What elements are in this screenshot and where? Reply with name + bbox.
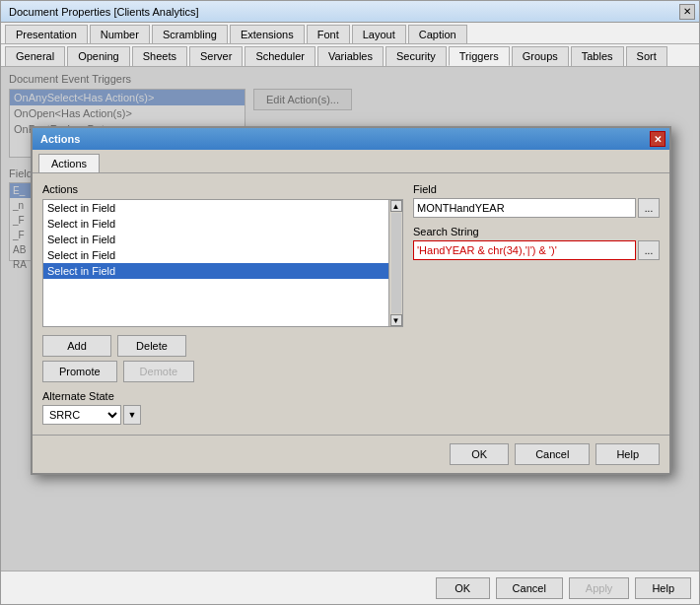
alternate-state-section: Alternate State SRRC ▼: [42, 390, 403, 425]
modal-overlay: Actions ✕ Actions Actions: [1, 67, 699, 571]
tab-row-2: General Opening Sheets Server Scheduler …: [1, 44, 699, 67]
tab-presentation[interactable]: Presentation: [5, 25, 88, 43]
tab-extensions[interactable]: Extensions: [230, 25, 305, 43]
alternate-state-select[interactable]: SRRC: [42, 405, 121, 425]
modal-ok-button[interactable]: OK: [450, 443, 509, 465]
modal-help-button[interactable]: Help: [595, 443, 660, 465]
apply-button[interactable]: Apply: [569, 577, 630, 599]
tab-triggers[interactable]: Triggers: [449, 46, 510, 66]
tab-opening[interactable]: Opening: [67, 46, 130, 66]
tab-number[interactable]: Number: [90, 25, 150, 43]
search-section: Search String ...: [413, 226, 660, 260]
tab-sheets[interactable]: Sheets: [132, 46, 187, 66]
field-row: ...: [413, 198, 660, 218]
tab-layout[interactable]: Layout: [352, 25, 406, 43]
add-button[interactable]: Add: [42, 335, 111, 357]
actions-panel-header: Actions: [42, 183, 403, 195]
help-button[interactable]: Help: [635, 577, 691, 599]
tab-row-1: Presentation Number Scrambling Extension…: [1, 23, 699, 44]
actions-dialog: Actions ✕ Actions Actions: [31, 126, 671, 475]
tab-scrambling[interactable]: Scrambling: [152, 25, 228, 43]
alternate-state-label: Alternate State: [42, 390, 403, 402]
window-title: Document Properties [Clients Analytics]: [9, 6, 199, 18]
modal-content: Actions Select in Field Select in Field …: [33, 173, 669, 435]
field-section: Field ...: [413, 183, 660, 218]
promote-button[interactable]: Promote: [42, 361, 117, 382]
actions-list-container: Select in Field Select in Field Select i…: [42, 199, 403, 327]
dropdown-arrow-icon[interactable]: ▼: [123, 405, 141, 425]
modal-title-bar: Actions ✕: [33, 128, 669, 150]
action-item-1[interactable]: Select in Field: [43, 216, 388, 232]
tab-scheduler[interactable]: Scheduler: [245, 46, 315, 66]
search-input[interactable]: [413, 240, 636, 260]
title-bar: Document Properties [Clients Analytics] …: [1, 1, 699, 23]
demote-button[interactable]: Demote: [123, 361, 195, 382]
modal-cancel-button[interactable]: Cancel: [515, 443, 590, 465]
add-delete-row: Add Delete: [42, 335, 403, 357]
action-buttons: Add Delete Promote Demote: [42, 335, 403, 382]
right-panel: Field ... Search String ...: [413, 183, 660, 425]
tab-groups[interactable]: Groups: [512, 46, 569, 66]
tab-general[interactable]: General: [5, 46, 65, 66]
bottom-bar: OK Cancel Apply Help: [1, 571, 699, 604]
field-browse-button[interactable]: ...: [638, 198, 660, 218]
tab-server[interactable]: Server: [189, 46, 243, 66]
tab-sort[interactable]: Sort: [626, 46, 667, 66]
field-label: Field: [413, 183, 660, 195]
search-row: ...: [413, 240, 660, 260]
action-item-0[interactable]: Select in Field: [43, 200, 388, 216]
field-input[interactable]: [413, 198, 636, 218]
search-label: Search String: [413, 226, 660, 237]
actions-panel: Actions Select in Field Select in Field …: [42, 183, 403, 425]
tab-caption[interactable]: Caption: [408, 25, 467, 43]
modal-title: Actions: [40, 133, 80, 145]
tab-font[interactable]: Font: [307, 25, 350, 43]
modal-body: Actions Select in Field Select in Field …: [42, 183, 660, 425]
cancel-button[interactable]: Cancel: [496, 577, 563, 599]
scroll-up-arrow[interactable]: ▲: [390, 200, 402, 212]
main-window: Document Properties [Clients Analytics] …: [0, 0, 700, 605]
ok-button[interactable]: OK: [436, 577, 490, 599]
actions-list: Select in Field Select in Field Select i…: [42, 199, 389, 327]
alternate-state-dropdown: SRRC ▼: [42, 405, 403, 425]
tab-tables[interactable]: Tables: [571, 46, 624, 66]
tab-variables[interactable]: Variables: [317, 46, 384, 66]
content-area: Document Event Triggers OnAnySelect<Has …: [1, 67, 699, 571]
tab-security[interactable]: Security: [385, 46, 447, 66]
promote-demote-row: Promote Demote: [42, 361, 403, 382]
action-item-2[interactable]: Select in Field: [43, 232, 388, 247]
scroll-down-arrow[interactable]: ▼: [390, 314, 402, 326]
modal-footer: OK Cancel Help: [33, 435, 669, 473]
modal-tab-actions[interactable]: Actions: [38, 154, 100, 172]
search-browse-button[interactable]: ...: [638, 240, 660, 260]
scroll-track: [391, 213, 401, 313]
window-close-button[interactable]: ✕: [679, 4, 695, 20]
list-scrollbar[interactable]: ▲ ▼: [389, 199, 403, 327]
action-item-3[interactable]: Select in Field: [43, 247, 388, 263]
modal-tab-row: Actions: [33, 150, 669, 173]
delete-button[interactable]: Delete: [117, 335, 186, 357]
action-item-4[interactable]: Select in Field: [43, 263, 388, 279]
modal-close-button[interactable]: ✕: [650, 131, 665, 147]
